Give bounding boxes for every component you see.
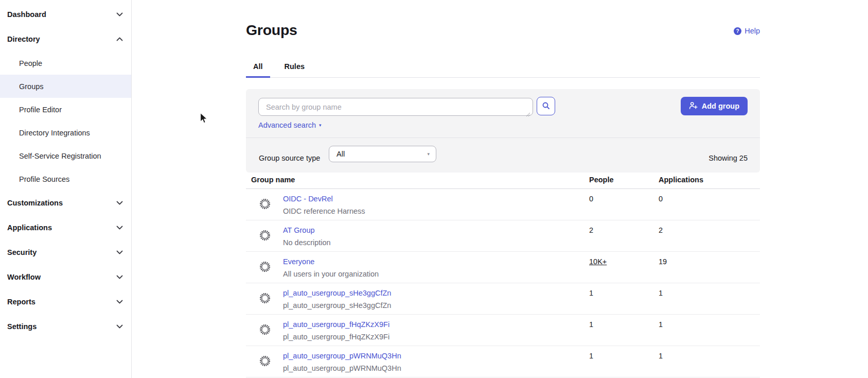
tab-rules[interactable]: Rules bbox=[277, 58, 312, 78]
group-name-link[interactable]: pl_auto_usergroup_sHe3ggCfZn bbox=[283, 289, 391, 297]
table-header: Group name People Applications bbox=[246, 173, 760, 189]
search-filter-panel: Add group Advanced search ▾ Group source… bbox=[246, 89, 760, 173]
panel-divider bbox=[246, 138, 760, 138]
group-icon bbox=[259, 230, 271, 243]
chevron-down-icon bbox=[116, 300, 123, 304]
applications-count: 19 bbox=[659, 257, 667, 266]
chevron-up-icon bbox=[116, 37, 123, 41]
sidebar-item-label: Self-Service Registration bbox=[19, 152, 101, 160]
sidebar-item-people[interactable]: People bbox=[0, 51, 131, 75]
sidebar-item-label: Dashboard bbox=[7, 10, 46, 19]
applications-count: 1 bbox=[659, 320, 663, 329]
applications-count: 2 bbox=[659, 226, 663, 234]
group-description: pl_auto_usergroup_pWRNMuQ3Hn bbox=[283, 364, 401, 372]
page-title: Groups bbox=[246, 22, 297, 39]
group-name-link[interactable]: OIDC - DevRel bbox=[283, 195, 333, 203]
sidebar-item-label: People bbox=[19, 59, 42, 67]
sidebar-item-label: Workflow bbox=[7, 273, 41, 281]
sidebar-item-groups[interactable]: Groups bbox=[0, 75, 131, 98]
table-row: Everyone All users in your organization … bbox=[246, 252, 760, 283]
group-description: pl_auto_usergroup_fHqZKzX9Fi bbox=[283, 333, 389, 341]
sidebar-item-settings[interactable]: Settings bbox=[0, 314, 131, 339]
search-input[interactable] bbox=[258, 98, 533, 116]
group-description: OIDC reference Harness bbox=[283, 207, 365, 215]
advanced-search-link[interactable]: Advanced search ▾ bbox=[258, 121, 322, 129]
group-name-link[interactable]: AT Group bbox=[283, 226, 315, 234]
search-icon bbox=[542, 101, 550, 111]
column-header-applications: Applications bbox=[659, 176, 703, 184]
caret-down-icon: ▾ bbox=[319, 123, 322, 128]
group-source-type-label: Group source type bbox=[259, 150, 320, 166]
sidebar-item-label: Reports bbox=[7, 298, 36, 306]
add-group-label: Add group bbox=[702, 102, 739, 110]
sidebar-item-dashboard[interactable]: Dashboard bbox=[0, 2, 131, 27]
sidebar-item-profile-editor[interactable]: Profile Editor bbox=[0, 98, 131, 121]
chevron-down-icon bbox=[116, 12, 123, 16]
add-group-button[interactable]: Add group bbox=[681, 97, 748, 115]
table-row: AT Group No description 2 2 bbox=[246, 220, 760, 252]
group-description: No description bbox=[283, 238, 331, 247]
sidebar: Dashboard Directory People Groups Profil… bbox=[0, 0, 132, 378]
sidebar-item-label: Applications bbox=[7, 224, 52, 232]
add-group-icon bbox=[689, 101, 698, 111]
column-header-group-name: Group name bbox=[251, 176, 295, 184]
sidebar-item-label: Profile Sources bbox=[19, 175, 69, 183]
applications-count: 1 bbox=[659, 289, 663, 297]
sidebar-item-workflow[interactable]: Workflow bbox=[0, 265, 131, 289]
sidebar-item-directory-integrations[interactable]: Directory Integrations bbox=[0, 121, 131, 144]
group-description: All users in your organization bbox=[283, 270, 379, 278]
table-row: pl_auto_usergroup_fHqZKzX9Fi pl_auto_use… bbox=[246, 315, 760, 346]
sidebar-item-directory[interactable]: Directory bbox=[0, 27, 131, 51]
tab-all[interactable]: All bbox=[246, 58, 270, 78]
people-count: 1 bbox=[589, 352, 593, 360]
sidebar-item-label: Security bbox=[7, 248, 37, 256]
group-name-link[interactable]: pl_auto_usergroup_fHqZKzX9Fi bbox=[283, 320, 389, 329]
people-count-link[interactable]: 10K+ bbox=[589, 257, 607, 266]
applications-count: 1 bbox=[659, 352, 663, 360]
people-count: 0 bbox=[589, 195, 593, 203]
group-icon bbox=[259, 198, 271, 212]
table-row: OIDC - DevRel OIDC reference Harness 0 0 bbox=[246, 189, 760, 220]
group-source-type-select[interactable]: All ▾ bbox=[329, 146, 436, 162]
chevron-down-icon bbox=[116, 226, 123, 230]
group-description: pl_auto_usergroup_sHe3ggCfZn bbox=[283, 301, 391, 310]
group-icon bbox=[259, 261, 271, 274]
sidebar-item-label: Profile Editor bbox=[19, 106, 62, 114]
group-icon bbox=[259, 293, 271, 306]
column-header-people: People bbox=[589, 176, 614, 184]
people-count: 1 bbox=[589, 320, 593, 329]
sidebar-item-label: Settings bbox=[7, 322, 37, 331]
help-icon: ? bbox=[734, 27, 741, 35]
chevron-down-icon bbox=[116, 201, 123, 205]
caret-down-icon: ▾ bbox=[427, 151, 430, 157]
help-link[interactable]: ? Help bbox=[734, 27, 760, 35]
group-icon bbox=[259, 324, 271, 337]
table-row: pl_auto_usergroup_sHe3ggCfZn pl_auto_use… bbox=[246, 283, 760, 315]
people-count: 1 bbox=[589, 289, 593, 297]
sidebar-item-label: Directory Integrations bbox=[19, 129, 90, 137]
sidebar-item-customizations[interactable]: Customizations bbox=[0, 191, 131, 215]
group-name-link[interactable]: Everyone bbox=[283, 257, 314, 266]
select-value: All bbox=[336, 150, 345, 158]
chevron-down-icon bbox=[116, 250, 123, 254]
sidebar-item-label: Customizations bbox=[7, 199, 63, 207]
showing-count: Showing 25 bbox=[708, 150, 748, 166]
chevron-down-icon bbox=[116, 324, 123, 329]
tab-bar: All Rules bbox=[246, 58, 760, 78]
chevron-down-icon bbox=[116, 275, 123, 279]
search-button[interactable] bbox=[537, 97, 555, 115]
sidebar-item-label: Groups bbox=[19, 82, 44, 91]
people-count: 2 bbox=[589, 226, 593, 234]
sidebar-item-reports[interactable]: Reports bbox=[0, 289, 131, 314]
table-row: pl_auto_usergroup_pWRNMuQ3Hn pl_auto_use… bbox=[246, 346, 760, 377]
group-name-link[interactable]: pl_auto_usergroup_pWRNMuQ3Hn bbox=[283, 352, 401, 360]
sidebar-item-label: Directory bbox=[7, 35, 40, 43]
sidebar-item-security[interactable]: Security bbox=[0, 240, 131, 265]
sidebar-item-self-service-registration[interactable]: Self-Service Registration bbox=[0, 144, 131, 167]
groups-table: OIDC - DevRel OIDC reference Harness 0 0… bbox=[246, 189, 760, 377]
applications-count: 0 bbox=[659, 195, 663, 203]
sidebar-item-applications[interactable]: Applications bbox=[0, 215, 131, 240]
sidebar-item-profile-sources[interactable]: Profile Sources bbox=[0, 167, 131, 191]
help-label: Help bbox=[745, 27, 760, 35]
group-icon bbox=[259, 355, 271, 369]
